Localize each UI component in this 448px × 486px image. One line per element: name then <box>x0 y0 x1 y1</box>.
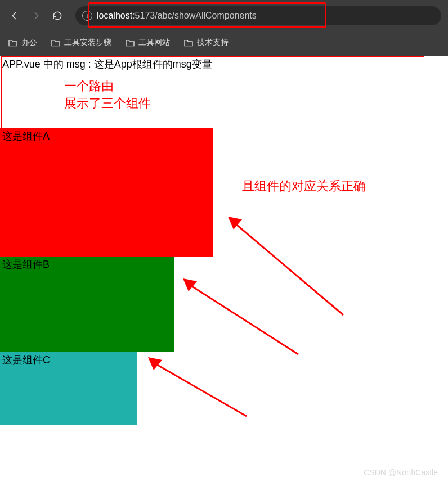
svg-marker-3 <box>183 278 197 291</box>
browser-chrome: i localhost:5173/abc/showAllComponents 办… <box>0 0 448 56</box>
component-b: 这是组件B <box>0 256 174 352</box>
component-b-label: 这是组件B <box>2 259 50 270</box>
url-host: localhost <box>97 11 132 20</box>
page-viewport: APP.vue 中的 msg : 这是App根组件的msg变量 一个路由 展示了… <box>0 56 448 425</box>
watermark: CSDN @NorthCastle <box>364 468 438 477</box>
annotation-line-1: 一个路由 <box>64 78 151 95</box>
component-c: 这是组件C <box>0 352 137 425</box>
bookmark-label: 办公 <box>21 38 37 48</box>
bookmark-label: 工具安装步骤 <box>64 38 111 48</box>
url-path: /abc/showAllComponents <box>155 11 257 20</box>
app-msg-text: APP.vue 中的 msg : 这是App根组件的msg变量 <box>0 56 448 72</box>
bookmark-folder-1[interactable]: 工具安装步骤 <box>51 38 111 48</box>
svg-line-4 <box>154 363 247 416</box>
bookmark-folder-0[interactable]: 办公 <box>8 38 37 48</box>
bookmark-label: 技术支持 <box>197 38 229 48</box>
annotation-mapping-note: 且组件的对应关系正确 <box>242 178 366 195</box>
reload-button[interactable] <box>50 8 65 24</box>
bookmark-folder-3[interactable]: 技术支持 <box>183 38 229 48</box>
url-text: localhost:5173/abc/showAllComponents <box>97 11 257 21</box>
component-a-label: 这是组件A <box>2 130 50 142</box>
folder-icon <box>125 39 135 47</box>
annotation-arrow-1 <box>225 214 355 326</box>
bookmarks-bar: 办公 工具安装步骤 工具网站 技术支持 <box>0 32 448 54</box>
annotation-route-note: 一个路由 展示了三个组件 <box>64 78 151 112</box>
forward-button[interactable] <box>28 8 44 24</box>
component-c-label: 这是组件C <box>2 354 50 366</box>
svg-marker-1 <box>228 217 242 230</box>
svg-marker-5 <box>148 357 162 370</box>
site-info-icon[interactable]: i <box>82 11 92 21</box>
folder-icon <box>51 39 61 47</box>
folder-icon <box>8 39 18 47</box>
annotation-arrow-3 <box>145 354 258 428</box>
bookmark-folder-2[interactable]: 工具网站 <box>125 38 170 48</box>
back-button[interactable] <box>7 8 23 24</box>
browser-nav-row: i localhost:5173/abc/showAllComponents <box>0 0 448 32</box>
bookmark-label: 工具网站 <box>138 38 170 48</box>
folder-icon <box>183 39 194 47</box>
url-port: :5173 <box>132 11 155 20</box>
annotation-line-2: 展示了三个组件 <box>64 95 151 112</box>
annotation-arrow-2 <box>180 276 310 366</box>
address-bar[interactable]: i localhost:5173/abc/showAllComponents <box>75 6 441 25</box>
component-a: 这是组件A <box>0 128 213 256</box>
svg-line-2 <box>189 284 298 354</box>
svg-line-0 <box>234 222 343 315</box>
